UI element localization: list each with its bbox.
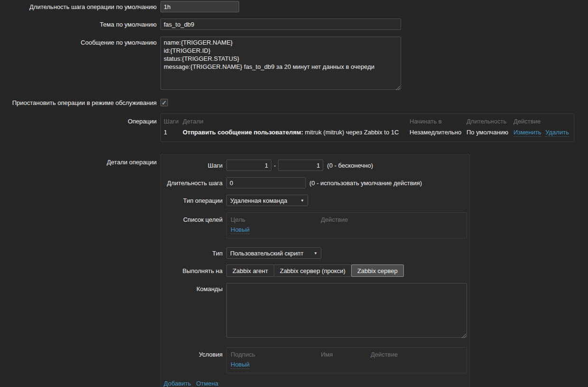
operation-delete-link[interactable]: Удалить: [545, 129, 569, 137]
commands-textarea[interactable]: [226, 283, 467, 338]
row-operation-type: Тип операции Удаленная команда ▼: [161, 195, 469, 206]
row-commands: Команды: [161, 283, 469, 339]
row-conditions: Условия Подпись Имя Действие Новый: [161, 347, 469, 373]
default-subject-field-wrap: [160, 19, 401, 30]
operation-duration-cell: По умолчанию: [464, 127, 511, 139]
conditions-col-name: Имя: [321, 351, 371, 358]
checkmark-icon: ✓: [162, 100, 167, 106]
operation-start-in-cell: Незамедлительно: [407, 127, 464, 139]
operation-type-value: Удаленная команда: [230, 197, 287, 204]
operation-details-label: Детали операции: [0, 154, 157, 166]
conditions-col-action: Действие: [371, 351, 398, 358]
pause-maintenance-checkbox[interactable]: ✓: [160, 99, 168, 106]
default-message-label: Сообщение по умолчанию: [0, 37, 157, 46]
steps-separator: -: [274, 162, 276, 169]
row-execute-on: Выполнять на Zabbix агент Zabbix сервер …: [161, 264, 469, 277]
row-pause-maintenance: Приостановить операции в режиме обслужив…: [0, 99, 588, 106]
operation-details-cell: Отправить сообщение пользователям: mitru…: [180, 127, 407, 139]
execute-on-segmented: Zabbix агент Zabbix сервер (прокси) Zabb…: [226, 264, 403, 277]
operation-type-field-wrap: Удаленная команда ▼: [226, 195, 308, 206]
execute-on-option-server[interactable]: Zabbix сервер: [351, 264, 404, 277]
operation-row: 1 Отправить сообщение пользователям: mit…: [161, 127, 574, 139]
execute-on-option-server-proxy[interactable]: Zabbix сервер (прокси): [274, 264, 352, 277]
steps-hint: (0 - бесконечно): [327, 162, 373, 169]
type-select[interactable]: Пользовательский скрипт ▼: [226, 247, 321, 259]
default-subject-input[interactable]: [160, 19, 401, 30]
conditions-col-label: Подпись: [231, 351, 321, 358]
default-step-duration-input[interactable]: [160, 1, 239, 12]
type-label: Тип: [161, 250, 223, 257]
row-steps: Шаги - (0 - бесконечно): [161, 160, 469, 171]
commands-field-wrap: [226, 283, 467, 339]
steps-from-input[interactable]: [226, 160, 271, 171]
steps-label: Шаги: [161, 162, 223, 169]
row-target-list: Список целей Цель Действие Новый: [161, 212, 469, 238]
row-default-message: Сообщение по умолчанию name:{TRIGGER.NAM…: [0, 37, 588, 91]
conditions-label: Условия: [161, 347, 223, 358]
operation-details-bold: Отправить сообщение пользователям:: [183, 129, 303, 136]
operation-details-panel: Шаги - (0 - бесконечно) Длительность шаг…: [160, 154, 470, 387]
execute-on-option-agent[interactable]: Zabbix агент: [226, 264, 274, 277]
col-duration: Длительность: [464, 115, 511, 127]
target-list-body: Новый: [227, 226, 467, 235]
action-operation-form: Длительность шага операции по умолчанию …: [0, 0, 588, 387]
panel-footer: Добавить Отмена: [164, 380, 469, 387]
col-start-in: Начинать в: [407, 115, 464, 127]
default-step-duration-label: Длительность шага операции по умолчанию: [0, 3, 157, 10]
target-list-box: Цель Действие Новый: [226, 212, 467, 238]
target-list-label: Список целей: [161, 212, 223, 223]
steps-to-input[interactable]: [278, 160, 323, 171]
row-step-duration: Длительность шага (0 - использовать умол…: [161, 177, 469, 189]
operation-type-select[interactable]: Удаленная команда ▼: [226, 195, 308, 206]
conditions-body: Новый: [227, 361, 467, 370]
operations-header-row: Шаги Детали Начинать в Длительность Дейс…: [161, 115, 574, 127]
step-duration-field-wrap: (0 - использовать умолчание действия): [226, 177, 422, 189]
target-list-new-link[interactable]: Новый: [231, 226, 250, 234]
default-message-textarea[interactable]: name:{TRIGGER.NAME} id:{TRIGGER.ID} stat…: [160, 37, 401, 90]
chevron-down-icon: ▼: [314, 251, 317, 255]
cancel-button[interactable]: Отмена: [196, 380, 218, 387]
pause-maintenance-label: Приостановить операции в режиме обслужив…: [0, 99, 157, 106]
step-duration-hint: (0 - использовать умолчание действия): [309, 179, 422, 187]
row-operations: Операции Шаги Детали Начинать в Длительн…: [0, 113, 588, 142]
row-operation-details: Детали операции Шаги - (0 - бесконечно) …: [0, 154, 588, 387]
target-list-col-action: Действие: [321, 216, 348, 223]
row-default-subject: Тема по умолчанию: [0, 19, 588, 30]
col-action: Действие: [511, 115, 574, 127]
col-details: Детали: [180, 115, 407, 127]
operation-edit-link[interactable]: Изменить: [513, 129, 541, 137]
step-duration-label: Длительность шага: [161, 179, 223, 187]
execute-on-label: Выполнять на: [161, 267, 223, 274]
add-button[interactable]: Добавить: [164, 380, 191, 387]
col-steps: Шаги: [161, 115, 180, 127]
conditions-new-link[interactable]: Новый: [231, 361, 250, 369]
conditions-header: Подпись Имя Действие: [227, 350, 467, 361]
operations-table-box: Шаги Детали Начинать в Длительность Дейс…: [160, 113, 574, 142]
operation-step-cell: 1: [161, 127, 180, 139]
step-duration-input[interactable]: [226, 177, 306, 189]
target-list-col-target: Цель: [231, 216, 321, 223]
conditions-box: Подпись Имя Действие Новый: [226, 347, 467, 373]
pause-maintenance-field-wrap: ✓: [160, 99, 168, 106]
operations-label: Операции: [0, 113, 157, 125]
commands-label: Команды: [161, 283, 223, 293]
operation-details-rest: mitruk (mitruk) через Zabbix to 1C: [303, 129, 399, 136]
operations-table: Шаги Детали Начинать в Длительность Дейс…: [161, 115, 574, 139]
type-field-wrap: Пользовательский скрипт ▼: [226, 247, 321, 259]
target-list-header: Цель Действие: [227, 215, 467, 226]
operation-actions-cell: Изменить Удалить: [511, 127, 574, 139]
type-value: Пользовательский скрипт: [230, 250, 303, 257]
row-type: Тип Пользовательский скрипт ▼: [161, 247, 469, 259]
operation-type-label: Тип операции: [161, 197, 223, 204]
steps-field-wrap: - (0 - бесконечно): [226, 160, 373, 171]
default-message-field-wrap: name:{TRIGGER.NAME} id:{TRIGGER.ID} stat…: [160, 37, 401, 91]
default-subject-label: Тема по умолчанию: [0, 21, 157, 28]
chevron-down-icon: ▼: [300, 198, 304, 203]
default-step-duration-field-wrap: [160, 1, 239, 12]
row-default-step-duration: Длительность шага операции по умолчанию: [0, 1, 588, 12]
